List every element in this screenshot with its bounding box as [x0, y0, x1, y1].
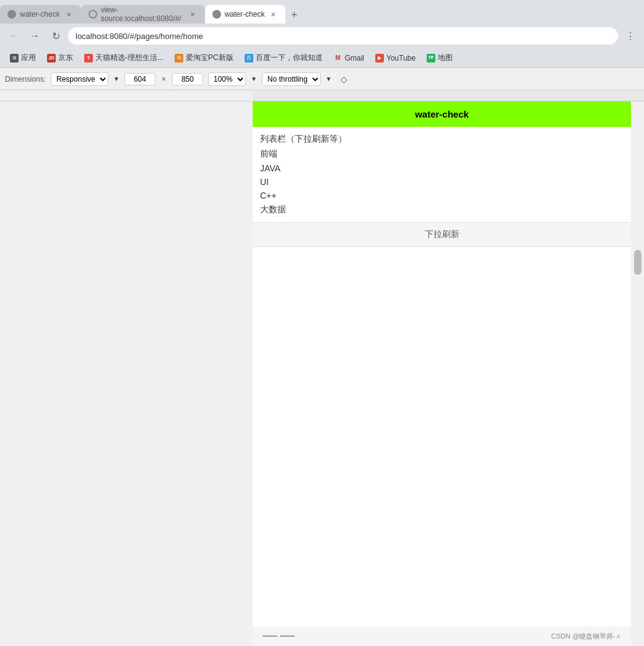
bookmark-jd-label: 京东: [58, 53, 73, 63]
empty-area: [253, 247, 631, 646]
tab-label-2: view-source:localhost:8080/#/: [101, 6, 184, 23]
devtools-settings-button[interactable]: ◇: [337, 72, 352, 87]
bookmark-baidu[interactable]: 百 百度一下，你就知道: [240, 51, 328, 65]
tab-favicon-2: [89, 10, 97, 19]
bookmark-gmail-label: Gmail: [345, 54, 364, 62]
app-header: water-check: [253, 101, 631, 127]
tab-favicon-1: [7, 10, 16, 19]
refresh-button[interactable]: ↻: [47, 27, 64, 45]
bookmarks-bar: ⊞ 应用 JD 京东 T 天猫精选-理想生活... 淘 爱淘宝PC新版 百 百度…: [0, 48, 644, 68]
browser-chrome: water-check ✕ view-source:localhost:8080…: [0, 0, 644, 90]
pull-refresh-bar: 下拉刷新: [253, 222, 631, 247]
forward-button[interactable]: →: [26, 27, 43, 45]
bookmark-youtube[interactable]: ▶ YouTube: [370, 52, 420, 64]
bookmark-apps-label: 应用: [21, 53, 36, 63]
bookmark-tmall[interactable]: T 天猫精选-理想生活...: [79, 51, 168, 65]
tab-close-3[interactable]: ✕: [268, 9, 278, 19]
gmail-icon: M: [334, 54, 342, 62]
pull-refresh-label: 下拉刷新: [425, 229, 459, 239]
bookmark-gmail[interactable]: M Gmail: [329, 52, 369, 64]
apps-icon: ⊞: [10, 54, 19, 62]
bookmark-maps-label: 地图: [438, 53, 453, 63]
list-item-5[interactable]: 大数据: [253, 202, 631, 217]
bookmark-taobao-label: 爱淘宝PC新版: [186, 53, 233, 63]
main-area: water-check 列表栏（下拉刷新等） 前端 JAVA UI C++ 大数…: [0, 101, 644, 646]
tab-favicon-3: [212, 10, 221, 19]
address-bar[interactable]: [68, 27, 618, 45]
watermark: CSDN @键盘钢琴师-∧: [551, 632, 621, 641]
dimensions-label: Dimensions:: [5, 75, 46, 84]
throttle-chevron: ▼: [326, 75, 332, 82]
bookmark-jd[interactable]: JD 京东: [42, 51, 78, 65]
width-input[interactable]: [124, 73, 155, 85]
dimension-separator: ×: [160, 75, 167, 84]
list-header: 列表栏（下拉刷新等）: [253, 132, 631, 147]
list-section: 列表栏（下拉刷新等） 前端 JAVA UI C++ 大数据: [253, 127, 631, 222]
bookmark-baidu-label: 百度一下，你就知道: [256, 53, 323, 63]
list-item-3[interactable]: UI: [253, 175, 631, 189]
list-item-4[interactable]: C++: [253, 189, 631, 202]
height-input[interactable]: [172, 73, 203, 85]
tab-label-3: water-check: [225, 10, 265, 19]
bookmark-maps[interactable]: 🗺 地图: [422, 51, 458, 65]
jd-icon: JD: [47, 54, 56, 62]
browser-menu-button[interactable]: ⋮: [622, 27, 639, 45]
tab-label-1: water-check: [20, 10, 60, 19]
responsive-select[interactable]: Responsive: [51, 72, 108, 86]
left-gutter: [0, 101, 253, 646]
tab-water-check-1[interactable]: water-check ✕: [0, 5, 81, 24]
list-item-1[interactable]: 前端: [253, 147, 631, 162]
back-button[interactable]: ←: [5, 27, 22, 45]
app-viewport: water-check 列表栏（下拉刷新等） 前端 JAVA UI C++ 大数…: [253, 101, 631, 646]
list-item-2[interactable]: JAVA: [253, 162, 631, 175]
tab-close-2[interactable]: ✕: [188, 9, 198, 19]
zoom-chevron: ▼: [251, 75, 257, 82]
bookmark-apps[interactable]: ⊞ 应用: [5, 51, 41, 65]
taobao-icon: 淘: [175, 54, 183, 62]
baidu-icon: 百: [245, 54, 253, 62]
bottom-handle: [263, 635, 295, 637]
ruler-row: [0, 90, 644, 101]
tab-close-1[interactable]: ✕: [64, 9, 74, 19]
maps-icon: 🗺: [427, 54, 435, 62]
ruler-content: [253, 90, 644, 101]
ruler-left: [0, 90, 253, 101]
right-gutter: [631, 101, 644, 646]
handle-bar-2: [280, 635, 295, 637]
address-row: ← → ↻ ⋮: [0, 24, 644, 48]
tab-water-check-3[interactable]: water-check ✕: [205, 5, 286, 24]
bottom-bar: CSDN @键盘钢琴师-∧: [253, 626, 631, 646]
bookmark-youtube-label: YouTube: [386, 54, 416, 62]
zoom-select[interactable]: 100%: [208, 72, 246, 86]
new-tab-button[interactable]: +: [285, 6, 303, 24]
app-title: water-check: [415, 109, 469, 119]
youtube-icon: ▶: [375, 54, 384, 62]
tab-view-source[interactable]: view-source:localhost:8080/#/ ✕: [81, 5, 205, 24]
responsive-chevron: ▼: [113, 75, 120, 82]
tab-bar: water-check ✕ view-source:localhost:8080…: [0, 0, 644, 24]
bookmark-taobao[interactable]: 淘 爱淘宝PC新版: [170, 51, 238, 65]
tmall-icon: T: [84, 54, 93, 62]
devtools-bar: Dimensions: Responsive ▼ × 100% ▼ No thr…: [0, 68, 644, 90]
throttle-select[interactable]: No throttling: [262, 72, 321, 86]
handle-bar-1: [263, 635, 277, 637]
bookmark-tmall-label: 天猫精选-理想生活...: [95, 53, 163, 63]
scrollbar-thumb[interactable]: [634, 250, 642, 275]
